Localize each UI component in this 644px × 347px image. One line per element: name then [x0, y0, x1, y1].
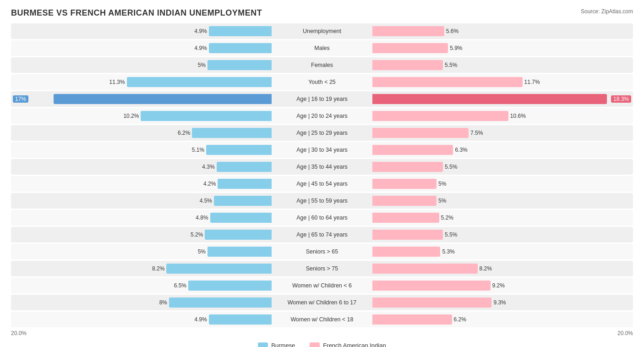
- french-bar: [372, 77, 523, 87]
- burmese-bar: [169, 297, 272, 308]
- burmese-bar: [218, 179, 272, 189]
- burmese-value: 4.3%: [202, 164, 214, 170]
- burmese-value: 4.9%: [194, 45, 207, 51]
- burmese-value: 4.5%: [200, 198, 212, 204]
- bar-row: 8.2%Seniors > 758.2%: [11, 261, 633, 276]
- burmese-value: 6.5%: [174, 282, 186, 289]
- french-value: 8.2%: [480, 265, 492, 272]
- french-bar: [372, 145, 453, 155]
- bars-area: 4.9%Unemployment5.6%4.9%Males5.9%5%Femal…: [11, 23, 633, 327]
- french-value: 6.2%: [454, 316, 466, 323]
- chart-title: BURMESE VS FRENCH AMERICAN INDIAN UNEMPL…: [11, 8, 262, 18]
- bar-row: 5%Females5.5%: [11, 57, 633, 73]
- bar-row: 10.2%Age | 20 to 24 years10.6%: [11, 108, 633, 124]
- bar-row: 4.5%Age | 55 to 59 years5%: [11, 193, 633, 209]
- legend-french-label: French American Indian: [323, 342, 386, 347]
- french-value: 5.5%: [445, 231, 457, 238]
- french-value: 5.6%: [446, 28, 458, 34]
- burmese-bar: [214, 196, 272, 206]
- bar-label: Age | 45 to 54 years: [272, 181, 372, 187]
- burmese-bar: [207, 247, 272, 257]
- french-value: 5.3%: [442, 248, 454, 255]
- burmese-bar: [209, 314, 272, 325]
- french-value: 18.3%: [611, 95, 631, 103]
- bar-label: Seniors > 65: [272, 248, 372, 255]
- burmese-bar: [209, 43, 272, 53]
- bar-label: Age | 55 to 59 years: [272, 198, 372, 204]
- bar-label: Age | 25 to 29 years: [272, 130, 372, 136]
- bar-label: Males: [272, 45, 372, 51]
- burmese-value: 11.3%: [109, 79, 125, 85]
- french-value: 9.3%: [493, 299, 506, 306]
- french-value: 5.2%: [441, 215, 453, 221]
- french-bar: [372, 281, 491, 291]
- french-bar: [372, 297, 491, 308]
- burmese-value: 4.9%: [194, 28, 207, 34]
- french-bar: [372, 230, 443, 240]
- bar-label: Unemployment: [272, 28, 372, 34]
- bar-row: 4.2%Age | 45 to 54 years5%: [11, 176, 633, 192]
- bar-row: 4.3%Age | 35 to 44 years5.5%: [11, 159, 633, 175]
- burmese-swatch: [258, 342, 268, 347]
- bar-label: Women w/ Children < 18: [272, 316, 372, 323]
- french-bar: [372, 60, 443, 70]
- bar-label: Women w/ Children < 6: [272, 282, 372, 289]
- legend-burmese: Burmese: [258, 342, 295, 347]
- french-value: 11.7%: [524, 79, 540, 85]
- french-value: 5.9%: [450, 45, 462, 51]
- burmese-value: 17%: [13, 95, 28, 103]
- bar-row: 5.2%Age | 65 to 74 years5.5%: [11, 227, 633, 242]
- legend: Burmese French American Indian: [11, 342, 633, 347]
- bar-label: Age | 20 to 24 years: [272, 113, 372, 119]
- bar-row: 4.8%Age | 60 to 64 years5.2%: [11, 210, 633, 226]
- french-bar: [372, 196, 437, 206]
- burmese-bar: [206, 145, 272, 155]
- bar-row: 4.9%Women w/ Children < 186.2%: [11, 312, 633, 327]
- chart-source: Source: ZipAtlas.com: [581, 8, 633, 15]
- burmese-value: 5.1%: [192, 147, 204, 153]
- french-bar: [372, 26, 444, 36]
- bar-row: 5%Seniors > 655.3%: [11, 244, 633, 259]
- french-value: 9.2%: [492, 282, 505, 289]
- burmese-bar: [54, 94, 272, 104]
- legend-french: French American Indian: [310, 342, 386, 347]
- burmese-bar: [141, 111, 272, 121]
- french-bar: [372, 179, 437, 189]
- legend-burmese-label: Burmese: [271, 342, 295, 347]
- french-value: 10.6%: [510, 113, 526, 119]
- bar-label: Seniors > 75: [272, 265, 372, 272]
- bar-row: 17%Age | 16 to 19 years18.3%: [11, 91, 633, 107]
- bar-label: Females: [272, 62, 372, 68]
- burmese-bar: [192, 128, 272, 138]
- bar-label: Age | 35 to 44 years: [272, 164, 372, 170]
- burmese-bar: [207, 60, 272, 70]
- chart-container: BURMESE VS FRENCH AMERICAN INDIAN UNEMPL…: [0, 0, 644, 347]
- burmese-bar: [188, 281, 272, 291]
- burmese-bar: [210, 213, 272, 223]
- french-value: 5.5%: [445, 164, 457, 170]
- bar-label: Women w/ Children 6 to 17: [272, 299, 372, 306]
- bar-label: Age | 30 to 34 years: [272, 147, 372, 153]
- burmese-value: 8%: [159, 299, 167, 306]
- axis-left: 20.0%: [11, 330, 272, 336]
- bar-row: 8%Women w/ Children 6 to 179.3%: [11, 295, 633, 310]
- french-value: 5%: [438, 181, 446, 187]
- burmese-bar: [217, 162, 272, 172]
- french-bar: [372, 264, 478, 274]
- chart-header: BURMESE VS FRENCH AMERICAN INDIAN UNEMPL…: [11, 8, 633, 18]
- french-value: 5%: [438, 198, 446, 204]
- french-bar: [372, 314, 452, 325]
- french-swatch: [310, 342, 320, 347]
- bar-row: 11.3%Youth < 2511.7%: [11, 74, 633, 90]
- bar-label: Age | 65 to 74 years: [272, 231, 372, 238]
- burmese-value: 5%: [198, 248, 206, 255]
- axis-row: 20.0% 20.0%: [11, 330, 633, 336]
- bar-row: 4.9%Males5.9%: [11, 40, 633, 56]
- axis-right: 20.0%: [372, 330, 633, 336]
- burmese-value: 5.2%: [191, 231, 203, 238]
- french-bar: [372, 111, 508, 121]
- burmese-value: 4.2%: [203, 181, 216, 187]
- french-bar: [372, 43, 448, 53]
- burmese-bar: [166, 264, 272, 274]
- burmese-value: 4.8%: [196, 215, 208, 221]
